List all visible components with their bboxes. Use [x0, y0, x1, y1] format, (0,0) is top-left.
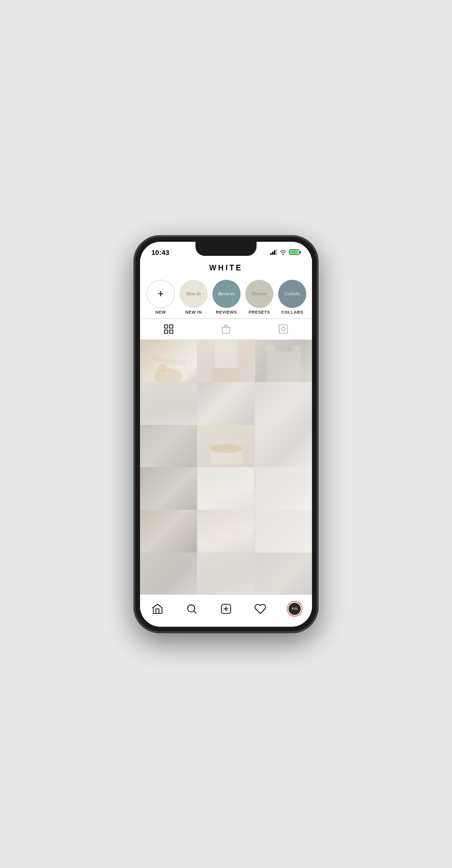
nav-profile[interactable]: KIN: [284, 599, 305, 619]
phone-wrapper: 10:43: [127, 232, 325, 636]
status-time: 10:43: [151, 248, 169, 256]
story-circle-collabs[interactable]: Collabs: [278, 280, 306, 308]
tab-shop[interactable]: [197, 323, 255, 335]
svg-rect-4: [222, 327, 230, 333]
nav-add[interactable]: [216, 599, 236, 619]
svg-point-6: [281, 327, 285, 331]
nav-home[interactable]: [147, 599, 168, 619]
photo-grid: [140, 340, 312, 594]
svg-rect-15: [275, 340, 292, 351]
notch: [195, 242, 257, 256]
story-circle-reviews[interactable]: Reviews: [212, 280, 241, 308]
story-label-collabs: COLLABS: [281, 310, 304, 315]
svg-rect-3: [170, 330, 173, 333]
story-label-new: New: [156, 310, 166, 315]
battery-icon: [289, 249, 301, 255]
nav-search[interactable]: [181, 599, 202, 619]
svg-rect-12: [215, 340, 237, 371]
story-label-presets: PRESETS: [249, 310, 270, 315]
signal-icon: [270, 249, 277, 255]
story-item-reviews[interactable]: Reviews REVIEWS: [212, 280, 241, 315]
svg-point-9: [158, 363, 167, 372]
story-label-reviews: REVIEWS: [216, 310, 237, 315]
wifi-icon: [280, 249, 287, 255]
stories-row: + New New In NEW IN Reviews REVIEWS: [140, 275, 312, 318]
app-header: WHITE: [140, 259, 312, 275]
svg-point-7: [283, 327, 284, 328]
story-circle-new-in[interactable]: New In: [179, 280, 208, 308]
story-circle-new[interactable]: +: [147, 280, 175, 308]
story-circle-presets[interactable]: Presets: [245, 280, 273, 308]
story-item-new-in[interactable]: New In NEW IN: [179, 280, 208, 315]
nav-likes[interactable]: [250, 599, 271, 619]
tab-tagged[interactable]: [255, 323, 312, 335]
tab-grid[interactable]: [140, 323, 197, 335]
tab-bar: [140, 318, 312, 340]
story-item-collabs[interactable]: Collabs COLLABS: [278, 280, 306, 315]
phone-frame: 10:43: [134, 236, 318, 632]
grid-cell-17[interactable]: [198, 553, 255, 594]
grid-cell-18[interactable]: [255, 553, 312, 594]
svg-point-19: [211, 444, 241, 451]
status-icons: [270, 249, 301, 255]
phone-screen: 10:43: [140, 242, 312, 627]
profile-avatar[interactable]: KIN: [288, 602, 302, 616]
bottom-nav: KIN: [140, 594, 312, 627]
story-item-new[interactable]: + New: [147, 280, 175, 315]
svg-rect-5: [279, 325, 288, 333]
grid-cell-16[interactable]: [140, 553, 197, 594]
story-item-presets[interactable]: Presets PRESETS: [245, 280, 273, 315]
svg-rect-0: [164, 325, 168, 328]
app-title: WHITE: [209, 264, 243, 272]
svg-rect-2: [164, 330, 168, 333]
app-content: WHITE + New New In NEW IN: [140, 259, 312, 627]
svg-rect-1: [170, 325, 173, 328]
story-label-new-in: NEW IN: [185, 310, 202, 315]
svg-point-20: [187, 605, 195, 612]
